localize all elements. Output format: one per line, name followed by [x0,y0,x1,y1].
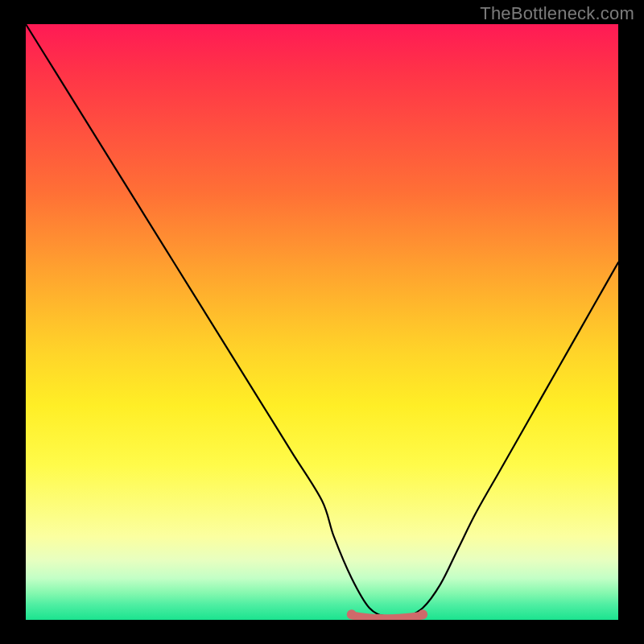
bottleneck-curve [26,24,618,618]
plot-area [26,24,618,620]
watermark-text: TheBottleneck.com [480,3,634,24]
curve-svg [26,24,618,620]
bottom-marker-dot-left [347,609,357,619]
bottom-marker [352,615,423,618]
bottom-marker-dot-right [418,609,427,619]
chart-container: TheBottleneck.com [0,0,644,644]
